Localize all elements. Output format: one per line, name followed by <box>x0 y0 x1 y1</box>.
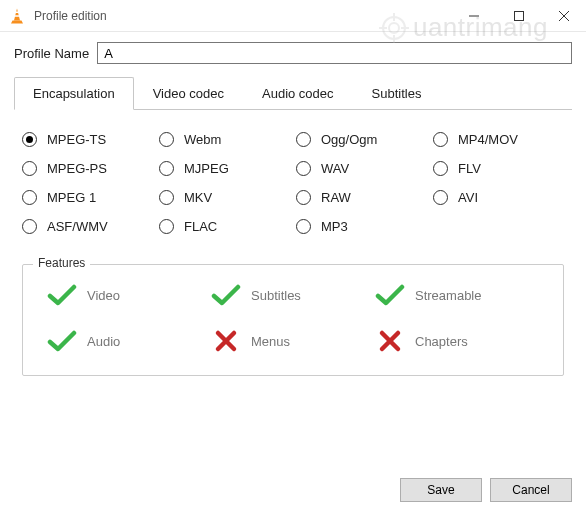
radio-label: MP4/MOV <box>458 132 518 147</box>
radio-icon <box>296 190 311 205</box>
radio-label: ASF/WMV <box>47 219 108 234</box>
dialog-buttons: Save Cancel <box>400 478 572 502</box>
radio-icon <box>159 190 174 205</box>
feature-label: Streamable <box>415 288 481 303</box>
close-button[interactable] <box>541 0 586 32</box>
profile-name-input[interactable] <box>97 42 572 64</box>
tab-panel-encapsulation: MPEG-TSWebmOgg/OgmMP4/MOVMPEG-PSMJPEGWAV… <box>0 110 586 242</box>
minimize-button[interactable] <box>451 0 496 32</box>
svg-rect-3 <box>514 11 523 20</box>
cross-icon <box>375 329 405 353</box>
profile-name-label: Profile Name <box>14 46 89 61</box>
tab-audio-codec[interactable]: Audio codec <box>243 77 353 110</box>
radio-icon <box>433 161 448 176</box>
radio-icon <box>296 219 311 234</box>
svg-rect-0 <box>16 11 19 13</box>
radio-icon <box>296 132 311 147</box>
tabbar: EncapsulationVideo codecAudio codecSubti… <box>14 76 572 109</box>
feature-label: Audio <box>87 334 120 349</box>
tab-video-codec[interactable]: Video codec <box>134 77 243 110</box>
format-radio-ogg-ogm[interactable]: Ogg/Ogm <box>296 132 427 147</box>
check-icon <box>47 283 77 307</box>
radio-label: FLAC <box>184 219 217 234</box>
radio-label: MKV <box>184 190 212 205</box>
radio-label: MPEG-PS <box>47 161 107 176</box>
format-radio-raw[interactable]: RAW <box>296 190 427 205</box>
radio-label: MPEG 1 <box>47 190 96 205</box>
format-radio-mpeg-ps[interactable]: MPEG-PS <box>22 161 153 176</box>
radio-label: MP3 <box>321 219 348 234</box>
feature-subtitles: Subtitles <box>211 283 375 307</box>
feature-video: Video <box>47 283 211 307</box>
radio-label: AVI <box>458 190 478 205</box>
cancel-button[interactable]: Cancel <box>490 478 572 502</box>
format-radio-wav[interactable]: WAV <box>296 161 427 176</box>
format-radio-grid: MPEG-TSWebmOgg/OgmMP4/MOVMPEG-PSMJPEGWAV… <box>22 132 564 234</box>
radio-icon <box>296 161 311 176</box>
format-radio-mp4-mov[interactable]: MP4/MOV <box>433 132 564 147</box>
feature-label: Chapters <box>415 334 468 349</box>
format-radio-mpeg-ts[interactable]: MPEG-TS <box>22 132 153 147</box>
radio-label: Ogg/Ogm <box>321 132 377 147</box>
feature-audio: Audio <box>47 329 211 353</box>
radio-icon <box>159 219 174 234</box>
feature-label: Menus <box>251 334 290 349</box>
features-grid: VideoSubtitlesStreamableAudioMenusChapte… <box>47 283 539 353</box>
maximize-button[interactable] <box>496 0 541 32</box>
features-legend: Features <box>33 256 90 270</box>
features-group: Features VideoSubtitlesStreamableAudioMe… <box>22 264 564 376</box>
format-radio-mp3[interactable]: MP3 <box>296 219 427 234</box>
radio-label: Webm <box>184 132 221 147</box>
radio-icon <box>159 161 174 176</box>
profile-name-row: Profile Name <box>0 32 586 70</box>
radio-icon <box>159 132 174 147</box>
cross-icon <box>211 329 241 353</box>
format-radio-flac[interactable]: FLAC <box>159 219 290 234</box>
window-title: Profile edition <box>34 9 451 23</box>
check-icon <box>211 283 241 307</box>
check-icon <box>47 329 77 353</box>
titlebar: Profile edition <box>0 0 586 32</box>
format-radio-mjpeg[interactable]: MJPEG <box>159 161 290 176</box>
radio-label: RAW <box>321 190 351 205</box>
feature-streamable: Streamable <box>375 283 539 307</box>
svg-rect-1 <box>15 15 20 17</box>
tab-encapsulation[interactable]: Encapsulation <box>14 77 134 110</box>
radio-label: MPEG-TS <box>47 132 106 147</box>
radio-icon <box>22 161 37 176</box>
radio-label: MJPEG <box>184 161 229 176</box>
vlc-cone-icon <box>8 7 26 25</box>
format-radio-avi[interactable]: AVI <box>433 190 564 205</box>
format-radio-mkv[interactable]: MKV <box>159 190 290 205</box>
feature-menus: Menus <box>211 329 375 353</box>
radio-label: FLV <box>458 161 481 176</box>
format-radio-asf-wmv[interactable]: ASF/WMV <box>22 219 153 234</box>
format-radio-flv[interactable]: FLV <box>433 161 564 176</box>
feature-label: Video <box>87 288 120 303</box>
radio-label: WAV <box>321 161 349 176</box>
radio-icon <box>433 132 448 147</box>
radio-icon <box>22 132 37 147</box>
feature-chapters: Chapters <box>375 329 539 353</box>
check-icon <box>375 283 405 307</box>
tab-subtitles[interactable]: Subtitles <box>353 77 441 110</box>
feature-label: Subtitles <box>251 288 301 303</box>
radio-icon <box>433 190 448 205</box>
radio-icon <box>22 190 37 205</box>
radio-icon <box>22 219 37 234</box>
format-radio-mpeg-1[interactable]: MPEG 1 <box>22 190 153 205</box>
format-radio-webm[interactable]: Webm <box>159 132 290 147</box>
save-button[interactable]: Save <box>400 478 482 502</box>
